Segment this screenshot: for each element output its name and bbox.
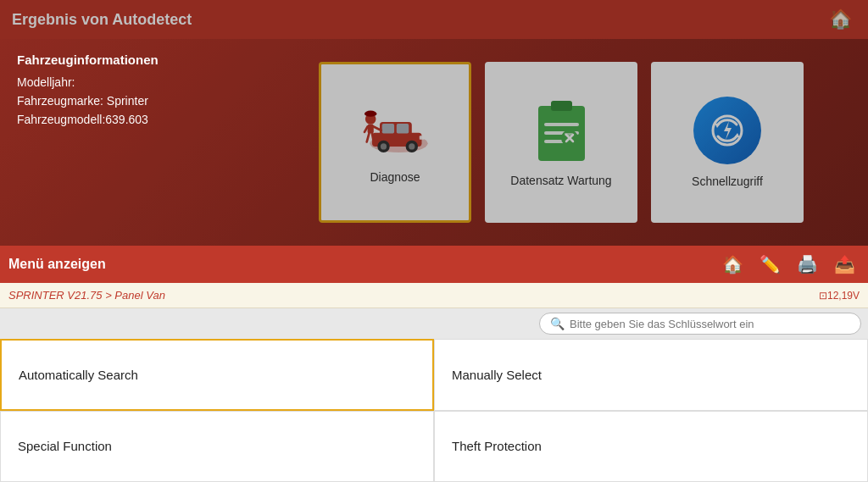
print-button[interactable]: 🖨️ bbox=[792, 249, 822, 280]
menu-item-theft-protect[interactable]: Theft Protection bbox=[434, 411, 868, 483]
bottom-section: Menü anzeigen 🏠 ✏️ 🖨️ 📤 SPRINTER V21.75 … bbox=[0, 246, 868, 482]
vehicle-brand: Fahrzeugmarke: Sprinter bbox=[17, 94, 288, 108]
model-year: Modelljahr: bbox=[17, 75, 288, 89]
vehicle-info-panel: Fahrzeuginformationen Modelljahr: Fahrze… bbox=[0, 39, 305, 246]
bottom-header-icons: 🏠 ✏️ 🖨️ 📤 bbox=[717, 249, 860, 280]
menu-grid: Automatically Search Manually Select Spe… bbox=[0, 339, 868, 482]
vehicle-info-title: Fahrzeuginformationen bbox=[17, 53, 288, 67]
breadcrumb: SPRINTER V21.75 > Panel Van bbox=[8, 289, 165, 302]
search-input[interactable] bbox=[570, 318, 850, 330]
search-input-wrapper[interactable]: 🔍 bbox=[539, 313, 861, 335]
edit-icon: ✏️ bbox=[760, 254, 781, 274]
export-icon: 📤 bbox=[834, 254, 855, 274]
menu-item-auto-search-label: Automatically Search bbox=[19, 368, 138, 382]
top-section: Ergebnis von Autodetect 🏠 Fahrzeuginform… bbox=[0, 0, 868, 246]
export-button[interactable]: 📤 bbox=[829, 249, 860, 280]
search-icon: 🔍 bbox=[550, 317, 565, 330]
battery-status: ⊡12,19V bbox=[819, 290, 860, 302]
menu-item-manual-select[interactable]: Manually Select bbox=[434, 339, 868, 411]
breadcrumb-bar: SPRINTER V21.75 > Panel Van ⊡12,19V bbox=[0, 283, 868, 308]
vehicle-model: Fahrzeugmodell:639.603 bbox=[17, 113, 288, 126]
top-content: Fahrzeuginformationen Modelljahr: Fahrze… bbox=[0, 39, 868, 246]
home-icon-bottom: 🏠 bbox=[722, 254, 743, 274]
bottom-header-title: Menü anzeigen bbox=[8, 257, 106, 272]
menu-item-special-func-label: Special Function bbox=[18, 439, 112, 453]
menu-item-special-func[interactable]: Special Function bbox=[0, 411, 434, 483]
home-button-bottom[interactable]: 🏠 bbox=[717, 249, 748, 280]
menu-item-auto-search[interactable]: Automatically Search bbox=[0, 339, 434, 411]
menu-item-theft-protect-label: Theft Protection bbox=[452, 439, 542, 453]
bottom-header: Menü anzeigen 🏠 ✏️ 🖨️ 📤 bbox=[0, 246, 868, 283]
menu-item-manual-select-label: Manually Select bbox=[452, 368, 542, 382]
search-bar: 🔍 bbox=[0, 308, 868, 339]
edit-button[interactable]: ✏️ bbox=[754, 249, 785, 280]
print-icon: 🖨️ bbox=[797, 254, 818, 274]
